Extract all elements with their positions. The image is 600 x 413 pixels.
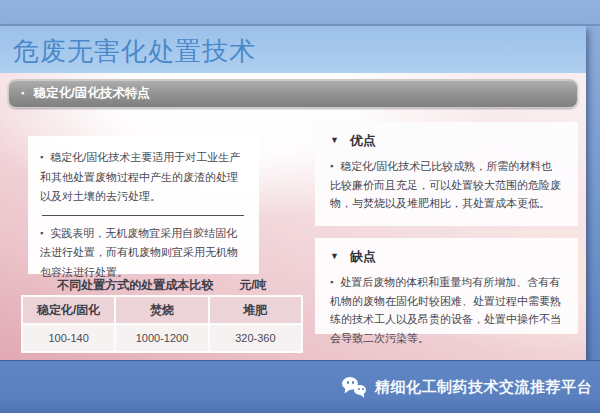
advantages-box: ▼优点 ▪ 稳定化/固化技术已比较成熟，所需的材料也比较廉价而且充足，可以处置较… bbox=[315, 122, 578, 226]
slide-body: ▪ 稳定化/固化技术特点 ▪ 稳定化/固化技术主要适用于对工业生产和其他处置废物… bbox=[0, 73, 586, 360]
slide-page: 危废无害化处置技术 ▪ 稳定化/固化技术特点 ▪ 稳定化/固化技术主要适用于对工… bbox=[0, 26, 586, 360]
footer-band: 精细化工制药技术交流推荐平台 bbox=[0, 360, 600, 413]
square-bullet-icon: ▪ bbox=[40, 152, 43, 162]
cost-comparison-table: 稳定化/固化 焚烧 堆肥 100-140 1000-1200 320-360 bbox=[21, 295, 303, 353]
square-bullet-icon: ▪ bbox=[330, 277, 333, 287]
cost-table-title-text: 不同处置方式的处置成本比较 bbox=[57, 277, 213, 294]
disadvantages-text: ▪ 处置后废物的体积和重量均有所增加、含有有机物的废物在固化时较困难、处置过程中… bbox=[330, 273, 563, 347]
advantages-heading: ▼优点 bbox=[330, 131, 563, 150]
table-header-row: 稳定化/固化 焚烧 堆肥 bbox=[23, 297, 301, 323]
title-band: 危废无害化处置技术 bbox=[0, 26, 586, 73]
wechat-icon bbox=[342, 376, 367, 399]
table-header-cell: 焚烧 bbox=[116, 297, 207, 323]
left-paragraph-1: ▪ 稳定化/固化技术主要适用于对工业生产和其他处置废物过程中产生的废渣的处理以及… bbox=[40, 148, 246, 207]
left-text-box: ▪ 稳定化/固化技术主要适用于对工业生产和其他处置废物过程中产生的废渣的处理以及… bbox=[28, 136, 259, 274]
square-bullet-icon: ▪ bbox=[21, 88, 24, 98]
triangle-marker-icon: ▼ bbox=[330, 135, 339, 145]
square-bullet-icon: ▪ bbox=[40, 228, 43, 238]
paragraph-divider bbox=[42, 215, 244, 216]
table-value-cell: 320-360 bbox=[210, 325, 301, 351]
page-title: 危废无害化处置技术 bbox=[0, 26, 586, 68]
disadvantages-box: ▼缺点 ▪ 处置后废物的体积和重量均有所增加、含有有机物的废物在固化时较困难、处… bbox=[315, 238, 578, 334]
square-bullet-icon: ▪ bbox=[330, 161, 333, 171]
triangle-marker-icon: ▼ bbox=[330, 251, 339, 261]
table-header-cell: 堆肥 bbox=[210, 297, 301, 323]
slide-canvas: 危废无害化处置技术 ▪ 稳定化/固化技术特点 ▪ 稳定化/固化技术主要适用于对工… bbox=[0, 0, 600, 413]
wechat-small-bubble bbox=[354, 385, 366, 395]
cost-table-title: 不同处置方式的处置成本比较 元/吨 bbox=[21, 277, 303, 294]
advantages-text: ▪ 稳定化/固化技术已比较成熟，所需的材料也比较廉价而且充足，可以处置较大范围的… bbox=[330, 157, 563, 213]
section-header-label: 稳定化/固化技术特点 bbox=[34, 86, 150, 100]
table-value-row: 100-140 1000-1200 320-360 bbox=[23, 325, 301, 351]
section-header-bar: ▪ 稳定化/固化技术特点 bbox=[8, 79, 578, 108]
table-header-cell: 稳定化/固化 bbox=[23, 297, 114, 323]
table-value-cell: 1000-1200 bbox=[116, 325, 207, 351]
table-value-cell: 100-140 bbox=[23, 325, 114, 351]
left-paragraph-2: ▪ 实践表明，无机废物宜采用自胶结固化法进行处置，而有机废物则宜采用无机物包容法… bbox=[40, 224, 246, 283]
disadvantages-heading: ▼缺点 bbox=[330, 247, 563, 266]
cost-table-unit: 元/吨 bbox=[239, 277, 266, 294]
brand-text: 精细化工制药技术交流推荐平台 bbox=[375, 378, 592, 397]
